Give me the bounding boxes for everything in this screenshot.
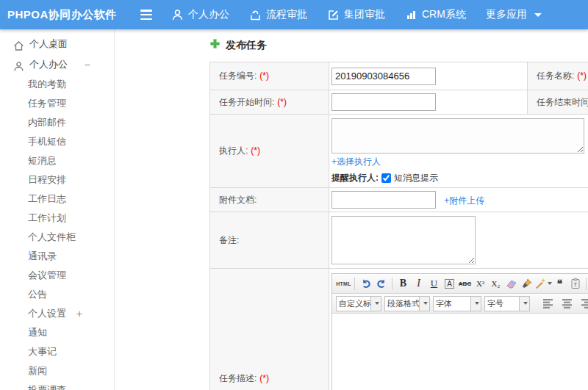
editor-content-area[interactable] bbox=[332, 314, 588, 390]
align-center-button[interactable] bbox=[559, 296, 575, 311]
nav-item-label: 集团审批 bbox=[344, 8, 385, 21]
sidebar-item-notification[interactable]: 通知 bbox=[0, 323, 114, 342]
paragraph-format-dropdown[interactable]: 段落格式 bbox=[384, 296, 430, 311]
hamburger-menu-icon[interactable] bbox=[140, 9, 154, 21]
undo-icon bbox=[360, 278, 372, 289]
eraser-button[interactable] bbox=[503, 276, 519, 292]
sidebar-item-address-book[interactable]: 通讯录 bbox=[0, 247, 114, 266]
collapse-minus-icon[interactable]: − bbox=[85, 54, 90, 75]
sidebar-item-internal-mail[interactable]: 内部邮件 bbox=[0, 113, 114, 132]
nav-item-group-approval[interactable]: 集团审批 bbox=[327, 8, 385, 21]
align-left-icon bbox=[543, 299, 553, 308]
main-content: 发布任务 任务编号:(*) 任务名称:(*) 任务开始时间:(*) bbox=[115, 29, 588, 390]
caret-down-icon bbox=[534, 13, 542, 17]
executor-textarea[interactable] bbox=[331, 118, 584, 154]
sidebar-item-schedule[interactable]: 日程安排 bbox=[0, 170, 114, 189]
nav-item-label: 流程审批 bbox=[266, 8, 307, 21]
attachment-input[interactable] bbox=[331, 191, 436, 209]
sidebar-item-mobile-sms[interactable]: 手机短信 bbox=[0, 132, 114, 151]
remark-label: 备注: bbox=[210, 212, 329, 269]
publish-task-form: 任务编号:(*) 任务名称:(*) 任务开始时间:(*) 任务结束时间:(*) bbox=[209, 62, 588, 390]
task-description-label: 任务描述:(*) bbox=[210, 269, 329, 390]
format-brush-button[interactable] bbox=[519, 276, 534, 292]
sidebar-item-announcement[interactable]: 公告 bbox=[0, 285, 114, 304]
caret-down-icon bbox=[423, 302, 428, 305]
bold-button[interactable]: B bbox=[395, 276, 411, 292]
caret-down-icon bbox=[475, 302, 479, 305]
remind-executor-label: 提醒执行人: bbox=[331, 172, 379, 184]
start-time-input[interactable] bbox=[331, 93, 436, 111]
sidebar-item-vote-survey[interactable]: 投票调查 bbox=[0, 380, 114, 390]
sidebar-item-personal-desktop[interactable]: 个人桌面 bbox=[0, 34, 114, 54]
remark-textarea[interactable] bbox=[331, 216, 476, 264]
sidebar-item-major-events[interactable]: 大事记 bbox=[0, 342, 114, 361]
sms-remind-checkbox[interactable] bbox=[381, 173, 391, 183]
task-number-input[interactable] bbox=[331, 68, 436, 85]
task-name-label: 任务名称:(*) bbox=[528, 62, 588, 90]
sidebar-item-personal-office[interactable]: 个人办公 − bbox=[0, 54, 114, 75]
redo-icon bbox=[376, 278, 387, 289]
sidebar-item-personal-file-cabinet[interactable]: 个人文件柜 bbox=[0, 228, 114, 247]
edit-icon bbox=[327, 9, 340, 21]
sidebar-item-task-management[interactable]: 任务管理 bbox=[0, 94, 114, 113]
sidebar-item-work-log[interactable]: 工作日志 bbox=[0, 189, 114, 209]
align-right-icon bbox=[581, 299, 588, 308]
select-executor-link[interactable]: +选择执行人 bbox=[331, 156, 381, 167]
sidebar-item-news[interactable]: 新闻 bbox=[0, 361, 114, 380]
app-header: PHPOA协同办公软件 个人办公 流程审批 集团审批 CRM系统 bbox=[0, 0, 588, 29]
subscript-button[interactable]: X₂ bbox=[488, 276, 503, 292]
magic-wand-icon bbox=[534, 278, 546, 289]
expand-plus-icon[interactable]: + bbox=[76, 304, 82, 323]
sidebar: 个人桌面 个人办公 − 我的考勤 任务管理 内部邮件 手机短信 短消息 日程安排… bbox=[0, 29, 115, 390]
attachment-label: 附件文档: bbox=[210, 188, 329, 212]
editor-toolbar-row-1: HTML B I U A bbox=[332, 274, 588, 294]
font-size-dropdown[interactable]: 字号 bbox=[484, 296, 530, 311]
end-time-label: 任务结束时间:(*) bbox=[528, 90, 588, 115]
font-family-dropdown[interactable]: 字体 bbox=[433, 296, 481, 311]
nav-item-workflow-approval[interactable]: 流程审批 bbox=[249, 8, 307, 21]
align-left-button[interactable] bbox=[540, 296, 556, 311]
task-number-label: 任务编号:(*) bbox=[210, 62, 329, 90]
sms-remind-option-label: 短消息提示 bbox=[394, 172, 438, 184]
executor-label: 执行人:(*) bbox=[210, 115, 329, 188]
nav-item-label: CRM系统 bbox=[422, 8, 466, 21]
caret-down-icon bbox=[523, 302, 528, 305]
sidebar-item-personal-settings[interactable]: 个人设置 + bbox=[0, 304, 114, 323]
blockquote-button[interactable]: ❝ bbox=[552, 276, 567, 292]
custom-heading-dropdown[interactable]: 自定义标题 bbox=[336, 296, 381, 311]
superscript-button[interactable]: X² bbox=[473, 276, 488, 292]
align-right-button[interactable] bbox=[578, 296, 588, 311]
rich-text-editor: HTML B I U A bbox=[331, 273, 588, 390]
sidebar-item-my-attendance[interactable]: 我的考勤 bbox=[0, 75, 114, 94]
caret-down-icon bbox=[375, 302, 379, 305]
workflow-icon bbox=[249, 9, 262, 21]
sidebar-item-work-plan[interactable]: 工作计划 bbox=[0, 209, 114, 228]
strikethrough-button[interactable]: ABC bbox=[457, 276, 473, 292]
underline-button[interactable]: U bbox=[426, 276, 442, 292]
nav-item-crm-system[interactable]: CRM系统 bbox=[405, 8, 466, 21]
bar-chart-icon bbox=[405, 9, 417, 21]
clipboard-icon: T bbox=[570, 278, 581, 289]
sidebar-item-meeting-management[interactable]: 会议管理 bbox=[0, 266, 114, 285]
page-title: 发布任务 bbox=[209, 38, 267, 52]
nav-item-label: 个人办公 bbox=[188, 8, 229, 21]
start-time-label: 任务开始时间:(*) bbox=[210, 90, 329, 115]
nav-item-label: 更多应用 bbox=[486, 8, 527, 21]
attachment-upload-link[interactable]: +附件上传 bbox=[444, 195, 484, 206]
html-source-button[interactable]: HTML bbox=[336, 276, 351, 292]
undo-button[interactable] bbox=[358, 276, 373, 292]
editor-toolbar-row-2: 自定义标题 段落格式 字体 字号 bbox=[332, 294, 588, 314]
top-navigation: 个人办公 流程审批 集团审批 CRM系统 更多应用 bbox=[171, 0, 542, 29]
italic-button[interactable]: I bbox=[411, 276, 426, 292]
highlight-button[interactable]: A bbox=[442, 276, 457, 292]
paste-text-button[interactable]: T bbox=[567, 276, 583, 292]
auto-typeset-button[interactable] bbox=[534, 276, 552, 292]
app-logo[interactable]: PHPOA协同办公软件 bbox=[7, 0, 117, 29]
align-center-icon bbox=[562, 299, 573, 308]
nav-item-more-apps[interactable]: 更多应用 bbox=[486, 8, 542, 21]
nav-item-personal-office[interactable]: 个人办公 bbox=[171, 8, 229, 21]
add-plus-icon bbox=[209, 38, 220, 52]
redo-button[interactable] bbox=[373, 276, 389, 292]
svg-text:T: T bbox=[573, 282, 577, 287]
sidebar-item-short-message[interactable]: 短消息 bbox=[0, 151, 114, 170]
